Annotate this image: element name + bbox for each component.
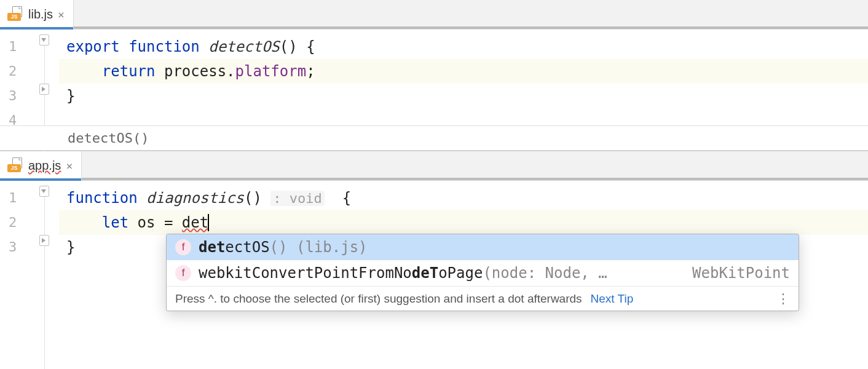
line-number: 2: [0, 59, 37, 84]
editor-pane-top: JS lib.js × 1 2 3 4 export function dete…: [0, 0, 868, 151]
tabbar-bottom: JS app.js ×: [0, 151, 868, 181]
code-line[interactable]: return process.platform;: [59, 59, 868, 84]
code-line[interactable]: let os = det: [59, 210, 868, 235]
completion-label: detectOS() (lib.js): [199, 239, 783, 256]
editor-pane-bottom: JS app.js × 1 2 3 function diagnostics()…: [0, 151, 868, 181]
line-number: 2: [0, 210, 37, 235]
tabbar-top: JS lib.js ×: [0, 0, 868, 30]
text-caret: [208, 214, 209, 231]
breadcrumb-item[interactable]: detectOS(): [68, 130, 149, 146]
close-icon[interactable]: ×: [66, 161, 73, 172]
breadcrumb[interactable]: detectOS(): [0, 125, 868, 150]
fold-handle[interactable]: [39, 186, 49, 197]
completion-popup: f detectOS() (lib.js) f webkitConvertPoi…: [166, 234, 799, 311]
completion-footer: Press ^. to choose the selected (or firs…: [167, 286, 799, 311]
tab-filename: app.js: [28, 159, 61, 173]
more-icon[interactable]: ⋮: [776, 292, 790, 306]
js-file-icon: JS: [7, 160, 23, 172]
close-icon[interactable]: ×: [58, 9, 65, 20]
fold-handle[interactable]: [39, 34, 49, 46]
completion-item[interactable]: f webkitConvertPointFromNodeToPage(node:…: [167, 260, 799, 286]
line-number: 3: [0, 235, 37, 260]
code-line[interactable]: export function detectOS() {: [59, 34, 868, 59]
fold-handle[interactable]: [39, 84, 49, 95]
line-number: 3: [0, 84, 37, 108]
function-icon: f: [175, 265, 191, 281]
gutter-bottom: 1 2 3: [0, 181, 59, 365]
code-line[interactable]: function diagnostics() : void {: [59, 186, 868, 210]
completion-type: WebKitPoint: [692, 264, 790, 282]
fold-handle[interactable]: [39, 235, 49, 246]
code-line[interactable]: }: [59, 84, 868, 108]
tab-lib-js[interactable]: JS lib.js ×: [0, 0, 74, 29]
completion-tip: Press ^. to choose the selected (or firs…: [175, 292, 582, 306]
completion-label: webkitConvertPointFromNodeToPage(node: N…: [199, 264, 685, 282]
function-icon: f: [175, 239, 191, 255]
next-tip-link[interactable]: Next Tip: [591, 292, 634, 306]
line-number: 1: [0, 34, 37, 59]
tab-app-js[interactable]: JS app.js ×: [0, 151, 82, 180]
js-file-icon: JS: [7, 9, 23, 21]
tab-filename: lib.js: [28, 7, 53, 22]
completion-item[interactable]: f detectOS() (lib.js): [167, 234, 799, 260]
line-number: 1: [0, 186, 37, 210]
